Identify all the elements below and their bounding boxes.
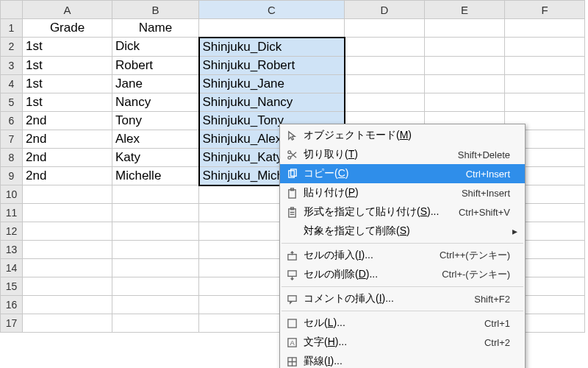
cell-C4[interactable]: Shinjuku_Jane — [199, 74, 345, 93]
menu-item-shortcut: Ctrl+2 — [477, 337, 510, 348]
cell-E3[interactable] — [425, 56, 505, 74]
menu-item-label: セル(L)... — [299, 316, 477, 330]
cell-F1[interactable] — [505, 19, 585, 38]
cell-F4[interactable] — [505, 74, 585, 93]
cell-C5[interactable]: Shinjuku_Nancy — [199, 93, 345, 111]
row-header-7[interactable]: 7 — [1, 130, 23, 148]
cell-A6[interactable]: 2nd — [23, 111, 112, 130]
row-header-14[interactable]: 14 — [1, 259, 23, 277]
row-header-5[interactable]: 5 — [1, 93, 23, 111]
cell-E5[interactable] — [425, 93, 505, 111]
cell-A16[interactable] — [23, 296, 112, 314]
cell-A11[interactable] — [23, 204, 112, 222]
menu-item-copy[interactable]: コピー(C)Ctrl+Insert — [280, 164, 525, 183]
menu-item-cursor[interactable]: オブジェクトモード(M) — [280, 126, 525, 145]
menu-item-cell-fmt[interactable]: セル(L)...Ctrl+1 — [280, 314, 525, 333]
cell-B8[interactable]: Katy — [112, 148, 199, 166]
row-header-12[interactable]: 12 — [1, 222, 23, 241]
menu-item-del-cell[interactable]: セルの削除(D)...Ctrl+-(テンキー) — [280, 265, 525, 284]
cell-A9[interactable]: 2nd — [23, 166, 112, 185]
cell-F5[interactable] — [505, 93, 585, 111]
row-header-4[interactable]: 4 — [1, 74, 23, 93]
menu-item-ins-cell[interactable]: セルの挿入(I)...Ctrl++(テンキー) — [280, 246, 525, 265]
svg-point-0 — [287, 150, 290, 153]
row-header-11[interactable]: 11 — [1, 204, 23, 222]
menu-item-shortcut: Ctrl+-(テンキー) — [434, 268, 510, 281]
cell-A14[interactable] — [23, 259, 112, 277]
cell-E2[interactable] — [425, 38, 505, 57]
row-header-6[interactable]: 6 — [1, 111, 23, 130]
row-header-16[interactable]: 16 — [1, 296, 23, 314]
cell-F3[interactable] — [505, 56, 585, 74]
cell-A17[interactable] — [23, 314, 112, 333]
cell-B4[interactable]: Jane — [112, 74, 199, 93]
cell-B14[interactable] — [112, 259, 199, 277]
cell-E1[interactable] — [425, 19, 505, 38]
menu-item-paste-sp[interactable]: 形式を指定して貼り付け(S)...Ctrl+Shift+V — [280, 202, 525, 222]
cell-A4[interactable]: 1st — [23, 74, 112, 93]
cell-B16[interactable] — [112, 296, 199, 314]
cell-A1[interactable]: Grade — [23, 19, 112, 38]
cell-B9[interactable]: Michelle — [112, 166, 199, 185]
cell-C2[interactable]: Shinjuku_Dick — [199, 38, 345, 57]
menu-item-paste[interactable]: 貼り付け(P)Shift+Insert — [280, 183, 525, 202]
cell-A8[interactable]: 2nd — [23, 148, 112, 166]
row-header-13[interactable]: 13 — [1, 241, 23, 259]
menu-item-char-fmt[interactable]: A文字(H)...Ctrl+2 — [280, 333, 525, 352]
comment-icon — [284, 291, 299, 306]
cell-A5[interactable]: 1st — [23, 93, 112, 111]
row-header-10[interactable]: 10 — [1, 185, 23, 204]
cell-B15[interactable] — [112, 277, 199, 296]
menu-item-idx5[interactable]: 対象を指定して削除(S)▸ — [280, 222, 525, 241]
cell-B1[interactable]: Name — [112, 19, 199, 38]
paste-icon — [284, 185, 299, 200]
menu-item-comment[interactable]: コメントの挿入(I)...Shift+F2 — [280, 289, 525, 308]
cell-B12[interactable] — [112, 222, 199, 241]
row-header-3[interactable]: 3 — [1, 56, 23, 74]
menu-separator — [282, 286, 523, 287]
col-header-F[interactable]: F — [505, 1, 585, 19]
copy-icon — [284, 166, 299, 181]
corner-cell[interactable] — [1, 1, 23, 19]
cell-B11[interactable] — [112, 204, 199, 222]
cell-D4[interactable] — [345, 74, 425, 93]
cell-A2[interactable]: 1st — [23, 38, 112, 57]
col-header-D[interactable]: D — [345, 1, 425, 19]
cell-D1[interactable] — [345, 19, 425, 38]
cell-A15[interactable] — [23, 277, 112, 296]
cell-B5[interactable]: Nancy — [112, 93, 199, 111]
context-menu[interactable]: オブジェクトモード(M)切り取り(T)Shift+Deleteコピー(C)Ctr… — [279, 124, 526, 368]
cell-B3[interactable]: Robert — [112, 56, 199, 74]
cell-A10[interactable] — [23, 185, 112, 204]
col-header-C[interactable]: C — [199, 1, 345, 19]
row-header-17[interactable]: 17 — [1, 314, 23, 333]
cell-E4[interactable] — [425, 74, 505, 93]
col-header-E[interactable]: E — [425, 1, 505, 19]
cell-A13[interactable] — [23, 241, 112, 259]
cell-A3[interactable]: 1st — [23, 56, 112, 74]
cell-B6[interactable]: Tony — [112, 111, 199, 130]
row-header-2[interactable]: 2 — [1, 38, 23, 57]
col-header-B[interactable]: B — [112, 1, 199, 19]
cell-C3[interactable]: Shinjuku_Robert — [199, 56, 345, 74]
paste-sp-icon — [284, 205, 299, 219]
row-header-1[interactable]: 1 — [1, 19, 23, 38]
row-header-15[interactable]: 15 — [1, 277, 23, 296]
cell-D3[interactable] — [345, 56, 425, 74]
cell-B17[interactable] — [112, 314, 199, 333]
col-header-A[interactable]: A — [23, 1, 112, 19]
cell-A7[interactable]: 2nd — [23, 130, 112, 148]
menu-item-border[interactable]: 罫線(I)... — [280, 352, 525, 368]
cell-A12[interactable] — [23, 222, 112, 241]
menu-item-scissors[interactable]: 切り取り(T)Shift+Delete — [280, 145, 525, 164]
row-header-8[interactable]: 8 — [1, 148, 23, 166]
cell-B2[interactable]: Dick — [112, 38, 199, 57]
cell-B7[interactable]: Alex — [112, 130, 199, 148]
cell-B13[interactable] — [112, 241, 199, 259]
cell-B10[interactable] — [112, 185, 199, 204]
row-header-9[interactable]: 9 — [1, 166, 23, 185]
cell-D2[interactable] — [345, 38, 425, 57]
cell-D5[interactable] — [345, 93, 425, 111]
cell-C1[interactable] — [199, 19, 345, 38]
cell-F2[interactable] — [505, 38, 585, 57]
